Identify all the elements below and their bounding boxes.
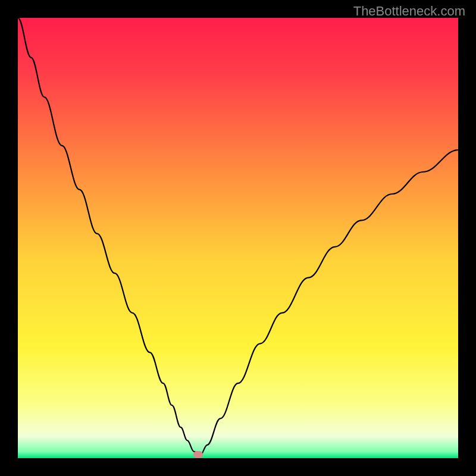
optimal-point-marker [193,451,203,458]
chart-frame [18,18,458,458]
bottleneck-curve [18,18,458,458]
watermark-label: TheBottleneck.com [353,4,465,19]
